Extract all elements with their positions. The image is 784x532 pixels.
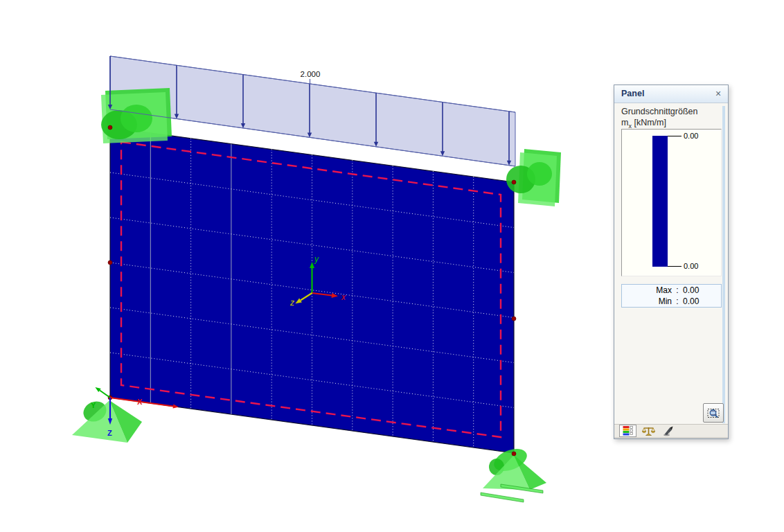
global-axis-z-label: Z [107, 429, 112, 437]
local-axis-x-label: x [341, 292, 346, 302]
node-marker[interactable] [512, 317, 516, 321]
global-axis-y-label: Y [91, 401, 96, 409]
close-icon[interactable]: × [712, 87, 724, 100]
panel-scroll-strip[interactable] [722, 106, 725, 423]
details-button[interactable] [703, 403, 724, 423]
node-marker[interactable] [108, 260, 112, 265]
quantity-symbol: m [621, 118, 628, 127]
max-label: Max [622, 285, 672, 296]
node-marker[interactable] [108, 125, 112, 130]
tab-scales[interactable] [640, 425, 657, 437]
node-marker[interactable] [512, 452, 516, 456]
maxmin-box: Max : 0.00 Min : 0.00 [621, 284, 722, 308]
airbrush-icon [663, 425, 674, 436]
magnifier-icon [707, 407, 720, 419]
roller-bar [481, 493, 524, 502]
legend-box[interactable]: 0.00 0.00 [621, 129, 722, 276]
support-top-left[interactable] [101, 88, 172, 143]
panel-tabbar [614, 424, 728, 438]
min-row: Min : 0.00 [622, 296, 721, 307]
max-value: 0.00 [683, 285, 699, 296]
load-value-label: 2.000 [301, 70, 321, 78]
legend-color-bar[interactable] [652, 136, 668, 267]
panel-titlebar[interactable]: Panel × [614, 85, 728, 103]
scales-icon [642, 426, 655, 436]
min-value: 0.00 [683, 296, 699, 307]
local-axis-y-label: y [314, 254, 319, 264]
node-marker[interactable] [512, 180, 516, 184]
tab-airbrush[interactable] [659, 425, 677, 437]
panel-section-title: Grundschnittgrößen [621, 107, 697, 116]
color-scale-icon [623, 425, 634, 436]
tab-color-scale[interactable] [619, 425, 636, 437]
panel-bottom-strip [614, 437, 728, 438]
quantity-subscript: x [628, 123, 632, 130]
result-quantity-label: mx [kNm/m] [621, 118, 666, 130]
legend-tick-top [668, 136, 681, 136]
legend-tick-bottom [668, 266, 681, 267]
panel-title: Panel [621, 89, 644, 98]
results-panel[interactable]: Panel × Grundschnittgrößen mx [kNm/m] 0.… [614, 85, 729, 439]
legend-top-value: 0.00 [684, 132, 698, 140]
legend-bottom-value: 0.00 [684, 262, 698, 270]
quantity-unit: [kNm/m] [634, 118, 666, 127]
local-axis-z-label: z [289, 298, 294, 308]
max-row: Max : 0.00 [622, 285, 721, 296]
min-label: Min [622, 296, 672, 307]
global-axis-x-label: X [137, 398, 143, 406]
